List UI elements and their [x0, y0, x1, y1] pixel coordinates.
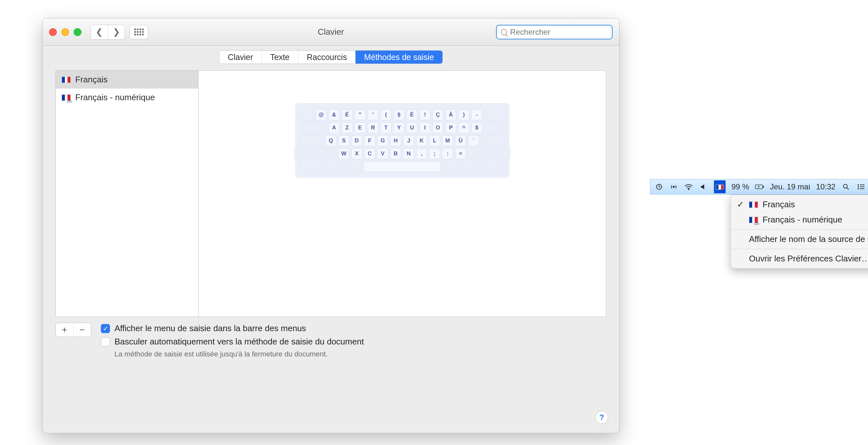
input-source-dropdown: ✓ Français Français - numérique Afficher… — [731, 195, 868, 268]
keyboard-key: N — [403, 148, 414, 159]
keyboard-key-blank — [484, 122, 501, 133]
keyboard-key: ^ — [458, 122, 469, 133]
keyboard-key-blank — [294, 148, 317, 159]
flag-fr-numeric-icon — [716, 185, 724, 190]
traffic-lights — [49, 28, 82, 36]
option-label: Basculer automatiquement vers la méthode… — [115, 337, 364, 347]
spotlight-icon[interactable] — [841, 182, 850, 191]
keyboard-key: , — [416, 148, 427, 159]
dropdown-show-source-name[interactable]: Afficher le nom de la source de saisie — [731, 231, 868, 247]
keyboard-key: ' — [368, 109, 378, 120]
airdrop-icon[interactable] — [669, 182, 678, 191]
wifi-icon[interactable] — [684, 182, 693, 191]
options: ✓ Afficher le menu de saisie dans la bar… — [101, 323, 364, 358]
tab-texte[interactable]: Texte — [261, 51, 298, 64]
keyboard-key: ` — [468, 135, 479, 146]
forward-button[interactable]: ❯ — [108, 25, 125, 39]
tabs-row: Clavier Texte Raccourcis Méthodes de sai… — [42, 46, 619, 70]
keyboard-layout: @&É"'(§È!ÇÀ)-AZERTYUIOP^$QSDFGHJKLMÙ`WXC… — [295, 103, 509, 178]
keyboard-key-blank — [326, 161, 343, 172]
keyboard-key-blank — [303, 122, 327, 133]
tab-clavier[interactable]: Clavier — [219, 51, 261, 64]
chevron-right-icon: ❯ — [113, 27, 120, 37]
menubar-time[interactable]: 10:32 — [816, 182, 836, 191]
back-button[interactable]: ❮ — [91, 25, 108, 39]
show-all-prefs-button[interactable] — [129, 25, 148, 39]
panes: Français Français - numérique @&É"'(§È!Ç… — [56, 70, 606, 317]
keyboard-key-blank — [462, 161, 479, 172]
keyboard-key: § — [394, 109, 404, 120]
keyboard-key: C — [364, 148, 375, 159]
nav-buttons: ❮ ❯ — [91, 25, 125, 39]
keyboard-key: A — [329, 122, 340, 133]
svg-rect-9 — [860, 187, 864, 187]
titlebar: ❮ ❯ Clavier — [42, 19, 619, 46]
keyboard-key: ( — [380, 109, 392, 120]
svg-rect-4 — [763, 186, 764, 188]
keyboard-preview: @&É"'(§È!ÇÀ)-AZERTYUIOP^$QSDFGHJKLMÙ`WXC… — [198, 71, 606, 317]
help-icon: ? — [599, 413, 604, 422]
under-controls: + − ✓ Afficher le menu de saisie dans la… — [56, 323, 606, 358]
battery-percent: 99 % — [732, 182, 749, 191]
svg-point-5 — [843, 184, 847, 188]
keyboard-preferences-window: ❮ ❯ Clavier Clavier Texte Raccourcis Mét… — [42, 18, 620, 433]
close-window-button[interactable] — [49, 28, 57, 36]
time-machine-icon[interactable] — [654, 182, 663, 191]
keyboard-key-blank — [297, 109, 314, 120]
input-source-item[interactable]: Français — [56, 71, 198, 89]
flag-fr-numeric-icon — [749, 217, 758, 223]
keyboard-key-blank — [481, 161, 504, 172]
tab-raccourcis[interactable]: Raccourcis — [298, 51, 355, 64]
tab-methodes-de-saisie[interactable]: Méthodes de saisie — [355, 51, 442, 64]
keyboard-key-blank — [344, 161, 361, 172]
search-icon — [501, 29, 507, 35]
minimize-window-button[interactable] — [61, 28, 69, 36]
keyboard-key: = — [455, 148, 466, 159]
keyboard-row: AZERTYUIOP^$ — [301, 122, 504, 133]
add-remove-source: + − — [56, 323, 91, 337]
keyboard-key: U — [406, 122, 417, 133]
keyboard-key-blank — [481, 135, 504, 146]
dropdown-item-francais-numerique[interactable]: Français - numérique — [731, 212, 868, 227]
grid-icon — [134, 29, 144, 35]
dropdown-item-label: Français - numérique — [763, 215, 842, 225]
volume-icon[interactable] — [699, 182, 708, 191]
help-button[interactable]: ? — [595, 411, 608, 424]
keyboard-key: Y — [394, 122, 404, 133]
menubar: 99 % Jeu. 19 mai 10:32 — [650, 179, 868, 195]
search-input[interactable] — [510, 28, 608, 37]
keyboard-key: O — [432, 122, 443, 133]
input-source-item[interactable]: Français - numérique — [56, 89, 198, 106]
zoom-window-button[interactable] — [74, 28, 82, 36]
search-field[interactable] — [496, 25, 613, 39]
notification-center-icon[interactable] — [856, 182, 865, 191]
input-sources-list: Français Français - numérique — [56, 71, 198, 317]
keyboard-key: È — [406, 109, 417, 120]
svg-point-10 — [858, 188, 859, 189]
option-hint: La méthode de saisie est utilisée jusqu'… — [115, 350, 364, 358]
window-title: Clavier — [318, 27, 344, 37]
keyboard-key: J — [403, 135, 414, 146]
battery-charging-icon[interactable] — [755, 182, 764, 191]
keyboard-spacebar — [363, 161, 441, 172]
show-input-menu-option[interactable]: ✓ Afficher le menu de saisie dans la bar… — [101, 323, 364, 333]
auto-switch-option[interactable]: Basculer automatiquement vers la méthode… — [101, 337, 364, 347]
keyboard-key: F — [364, 135, 375, 146]
svg-point-2 — [688, 189, 689, 190]
keyboard-key-blank — [319, 148, 336, 159]
checkbox-checked-icon: ✓ — [101, 324, 110, 333]
keyboard-key: X — [351, 148, 362, 159]
keyboard-key: ) — [458, 109, 469, 120]
dropdown-item-label: Ouvrir les Préférences Clavier… — [749, 254, 868, 264]
tabs: Clavier Texte Raccourcis Méthodes de sai… — [219, 50, 443, 64]
keyboard-key: @ — [316, 109, 327, 120]
menubar-date[interactable]: Jeu. 19 mai — [770, 182, 810, 191]
remove-source-button[interactable]: − — [73, 323, 91, 337]
dropdown-item-francais[interactable]: ✓ Français — [731, 197, 868, 212]
input-source-menubar-button[interactable] — [714, 180, 725, 193]
keyboard-key: R — [368, 122, 378, 133]
dropdown-open-keyboard-prefs[interactable]: Ouvrir les Préférences Clavier… — [731, 251, 868, 266]
keyboard-key: E — [354, 122, 366, 133]
add-source-button[interactable]: + — [56, 323, 73, 337]
keyboard-key: & — [329, 109, 340, 120]
